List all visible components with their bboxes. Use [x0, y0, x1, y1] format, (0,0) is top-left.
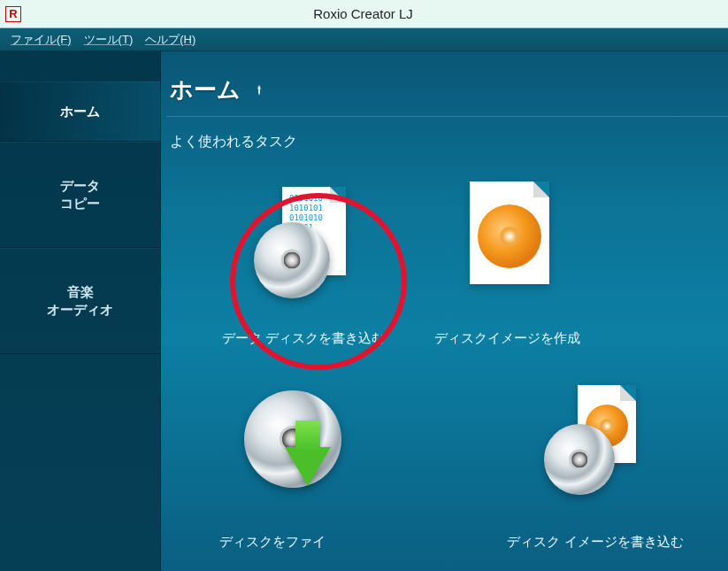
pin-icon[interactable]	[253, 84, 265, 96]
data-disc-icon: 0101010 1010101 0101010 10101 010 10	[241, 181, 365, 323]
titlebar: R Roxio Creator LJ	[0, 0, 728, 28]
page-heading: ホーム	[166, 74, 728, 117]
menubar: ファイル(F) ツール(T) ヘルプ(H)	[0, 28, 728, 51]
sidebar-item-label: オーディオ	[47, 301, 113, 319]
task-create-disc-image[interactable]: ディスクイメージを作成	[405, 181, 609, 385]
sidebar-item-label: ホーム	[60, 103, 100, 120]
task-label: ディスク イメージを書き込む	[507, 534, 683, 551]
task-label: データ ディスクを書き込む	[222, 330, 385, 347]
disc-image-icon	[445, 181, 569, 323]
burn-disc-image-icon	[533, 385, 657, 527]
task-label: ディスクをファイ	[219, 534, 326, 551]
task-label: ディスクイメージを作成	[434, 330, 580, 347]
down-arrow-icon	[285, 447, 331, 486]
sidebar-item-music-audio[interactable]: 音楽 オーディオ	[0, 248, 160, 354]
sidebar-item-label: データ	[60, 177, 100, 195]
sidebar: ホーム データ コピー 音楽 オーディオ	[0, 51, 161, 571]
task-disc-to-file[interactable]: ディスクをファイ	[202, 385, 343, 571]
sidebar-item-label: コピー	[60, 195, 100, 212]
task-burn-data-disc[interactable]: 0101010 1010101 0101010 10101 010 10 データ…	[202, 181, 405, 385]
disc-to-file-icon	[219, 385, 326, 527]
menu-help[interactable]: ヘルプ(H)	[140, 30, 201, 50]
menu-tools[interactable]: ツール(T)	[79, 30, 139, 50]
menu-file[interactable]: ファイル(F)	[5, 30, 77, 50]
task-grid: 0101010 1010101 0101010 10101 010 10 データ…	[166, 181, 728, 571]
page-title: ホーム	[170, 74, 241, 105]
window-title: Roxio Creator LJ	[30, 6, 696, 21]
sidebar-item-data-copy[interactable]: データ コピー	[0, 142, 160, 248]
app-logo-icon: R	[5, 6, 21, 22]
section-label: よく使われるタスク	[166, 133, 728, 151]
sidebar-item-label: 音楽	[67, 283, 94, 301]
body-area: ホーム データ コピー 音楽 オーディオ ホーム よく使われるタスク 01010…	[0, 51, 728, 571]
sidebar-item-home[interactable]: ホーム	[0, 81, 160, 142]
content-area: ホーム よく使われるタスク 0101010 1010101 0101010 10…	[161, 51, 728, 571]
task-burn-disc-image[interactable]: ディスク イメージを書き込む	[494, 385, 697, 571]
